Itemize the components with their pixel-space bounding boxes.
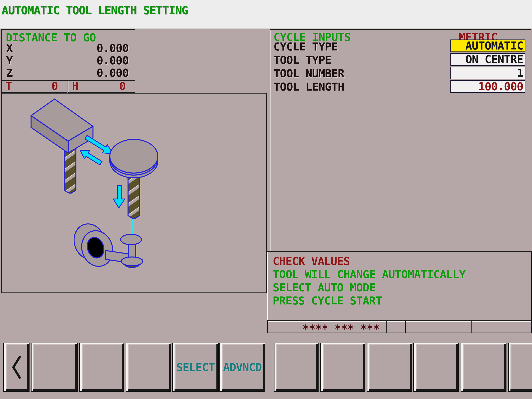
message-box: CHECK VALUES TOOL WILL CHANGE AUTOMATICA… — [267, 252, 532, 320]
status-cell — [471, 321, 531, 333]
message-line: TOOL WILL CHANGE AUTOMATICALLY — [273, 269, 465, 280]
program-display-cell: **** *** *** — [268, 321, 386, 333]
softkey-button[interactable] — [367, 343, 412, 392]
page-title: AUTOMATIC TOOL LENGTH SETTING — [2, 4, 188, 17]
cycle-input-fields: AUTOMATIC ON CENTRE 1 100.000 — [450, 39, 526, 94]
title-bar: AUTOMATIC TOOL LENGTH SETTING — [0, 0, 532, 29]
axis-row-z: Z 0.000 — [2, 67, 135, 79]
cycle-type-label: CYCLE TYPE — [273, 41, 338, 53]
message-line: PRESS CYCLE START — [273, 295, 382, 306]
spindle-disc — [110, 139, 158, 178]
tool-number-cell: T 0 — [1, 80, 67, 93]
cycle-type-field[interactable]: AUTOMATIC — [450, 39, 526, 52]
axis-row-y: Y 0.000 — [2, 54, 135, 66]
softkey-button[interactable] — [508, 343, 532, 392]
softkey-button[interactable] — [126, 343, 171, 392]
height-offset-value: 0 — [119, 81, 126, 91]
tool-holder-block — [31, 99, 93, 153]
chevron-left-icon — [12, 356, 21, 379]
axis-value-x: 0.000 — [96, 42, 129, 54]
height-offset-label: H — [72, 81, 78, 91]
tool-number-label: T — [5, 81, 12, 91]
tool-number-value: 0 — [51, 81, 58, 91]
distance-to-go-panel: DISTANCE TO GO X 0.000 Y 0.000 Z 0.000 — [1, 29, 135, 81]
program-display: **** *** *** — [302, 322, 380, 335]
touch-probe — [70, 219, 143, 271]
status-cell — [405, 321, 471, 333]
status-cell — [386, 321, 405, 333]
axis-label-y: Y — [6, 54, 13, 66]
tool-number-field-label: TOOL NUMBER — [273, 67, 344, 79]
softkey-back-button[interactable] — [3, 343, 30, 392]
message-title: CHECK VALUES — [273, 256, 350, 267]
tool-length-setting-diagram-icon — [2, 94, 266, 292]
axis-label-x: X — [6, 42, 13, 54]
probe-beam-line — [131, 219, 133, 234]
message-line: SELECT AUTO MODE — [273, 282, 375, 293]
down-arrow-icon — [113, 186, 125, 208]
softkey-button[interactable] — [320, 343, 365, 392]
softkey-select-button[interactable]: SELECT — [172, 343, 219, 392]
axis-value-z: 0.000 — [96, 67, 129, 79]
softkey-button[interactable] — [79, 343, 124, 392]
softkey-button[interactable] — [413, 343, 459, 392]
height-offset-cell: H 0 — [68, 80, 135, 93]
tool-length-field[interactable]: 100.000 — [450, 80, 526, 93]
softkey-button[interactable] — [461, 343, 507, 392]
cycle-inputs-panel: CYCLE INPUTS METRIC CYCLE TYPE TOOL TYPE… — [270, 29, 532, 252]
diagram-panel — [1, 93, 267, 293]
status-bar: **** *** *** — [267, 321, 532, 333]
softkey-button[interactable] — [31, 343, 78, 392]
tool-type-field[interactable]: ON CENTRE — [450, 53, 526, 66]
softkey-advncd-button[interactable]: ADVNCD — [219, 343, 265, 392]
axis-row-x: X 0.000 — [2, 42, 135, 54]
axis-value-y: 0.000 — [96, 54, 129, 66]
axis-label-z: Z — [6, 67, 13, 79]
tool-type-label: TOOL TYPE — [273, 54, 331, 66]
holder-drill — [64, 148, 76, 193]
tool-number-field[interactable]: 1 — [450, 67, 526, 79]
softkey-button[interactable] — [274, 343, 319, 392]
spindle-drill — [128, 172, 140, 218]
tool-length-field-label: TOOL LENGTH — [273, 81, 344, 93]
